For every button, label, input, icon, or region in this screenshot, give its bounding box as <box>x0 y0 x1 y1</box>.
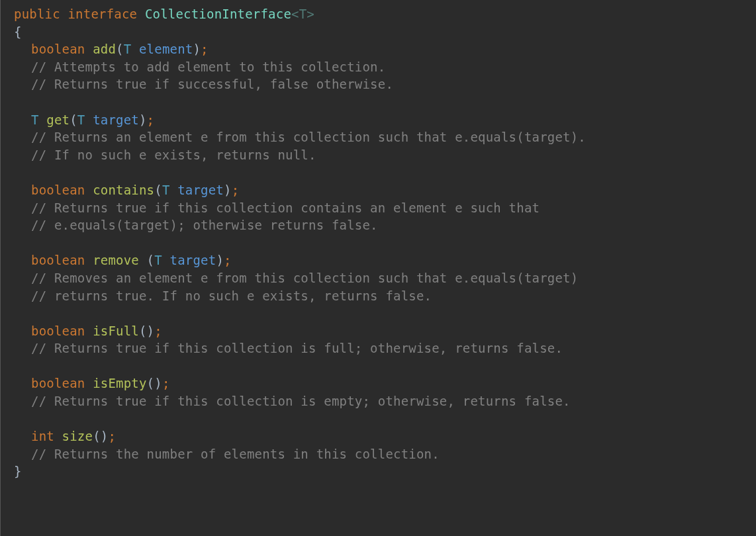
comment: // Returns true if this collection conta… <box>31 201 540 215</box>
return-type: T <box>31 112 39 127</box>
code-line: // Returns the number of elements in thi… <box>14 445 756 463</box>
paren-close: ) <box>147 324 155 338</box>
generic-type: T <box>299 7 307 21</box>
return-type: boolean <box>31 42 85 56</box>
code-line: boolean add(T element); <box>14 40 756 58</box>
return-type: boolean <box>31 183 85 197</box>
blank-line <box>14 93 756 111</box>
param-name: target <box>93 112 139 127</box>
semicolon: ; <box>201 42 209 56</box>
paren-open: ( <box>139 324 147 338</box>
comment: // returns true. If no such e exists, re… <box>31 289 432 303</box>
keyword-public: public <box>14 7 60 21</box>
code-line: // Removes an element e from this collec… <box>14 269 756 287</box>
paren-close: ) <box>193 42 201 56</box>
comment: // Attempts to add element to this colle… <box>31 60 385 74</box>
code-line: boolean remove (T target); <box>14 251 756 269</box>
return-type: int <box>31 429 54 443</box>
paren-open: ( <box>93 429 101 443</box>
param-name: target <box>170 253 216 267</box>
semicolon: ; <box>162 376 170 390</box>
semicolon: ; <box>232 183 240 197</box>
code-line: // e.equals(target); otherwise returns f… <box>14 216 756 234</box>
return-type: boolean <box>31 376 85 390</box>
param-type: T <box>162 183 170 197</box>
brace-open: { <box>14 24 22 39</box>
code-editor[interactable]: public interface CollectionInterface<T> … <box>1 5 756 480</box>
blank-line <box>14 163 756 181</box>
generic-open: < <box>291 7 299 21</box>
code-line: // Returns true if this collection is em… <box>14 392 756 410</box>
paren-open: ( <box>147 253 155 267</box>
code-line: // If no such e exists, returns null. <box>14 146 756 164</box>
code-line: { <box>14 23 756 41</box>
blank-line <box>14 410 756 428</box>
return-type: boolean <box>31 324 85 338</box>
method-name: isFull <box>93 324 139 338</box>
semicolon: ; <box>147 112 155 127</box>
code-line: // Returns true if successful, false oth… <box>14 75 756 93</box>
class-name: CollectionInterface <box>145 7 291 21</box>
comment: // If no such e exists, returns null. <box>31 148 316 162</box>
comment: // Returns true if this collection is em… <box>31 394 571 408</box>
comment: // Returns true if successful, false oth… <box>31 77 393 91</box>
param-name: element <box>139 42 193 56</box>
generic-close: > <box>307 7 314 21</box>
paren-close: ) <box>154 376 162 390</box>
code-line: boolean isFull(); <box>14 322 756 340</box>
blank-line <box>14 234 756 252</box>
code-line: } <box>14 463 756 480</box>
method-name: remove <box>93 253 139 267</box>
code-line: // Returns true if this collection is fu… <box>14 339 756 357</box>
blank-line <box>14 304 756 322</box>
param-type: T <box>154 253 162 267</box>
code-line: public interface CollectionInterface<T> <box>14 5 756 23</box>
comment: // e.equals(target); otherwise returns f… <box>31 218 378 232</box>
space <box>139 253 147 267</box>
paren-open: ( <box>147 376 155 390</box>
blank-line <box>14 357 756 375</box>
paren-close: ) <box>224 183 232 197</box>
semicolon: ; <box>154 324 162 338</box>
param-type: T <box>77 112 85 127</box>
method-name: isEmpty <box>93 376 146 390</box>
method-name: add <box>93 42 116 56</box>
param-name: target <box>177 183 224 197</box>
method-name: contains <box>93 183 154 197</box>
semicolon: ; <box>108 429 116 443</box>
return-type: boolean <box>31 253 85 267</box>
comment: // Returns an element e from this collec… <box>31 130 586 144</box>
code-line: // Attempts to add element to this colle… <box>14 58 756 76</box>
comment: // Returns true if this collection is fu… <box>31 341 563 355</box>
comment: // Removes an element e from this collec… <box>31 271 578 285</box>
code-line: boolean isEmpty(); <box>14 375 756 392</box>
paren-close: ) <box>101 429 109 443</box>
brace-close: } <box>14 464 22 478</box>
paren-open: ( <box>116 42 124 56</box>
keyword-interface: interface <box>68 7 137 21</box>
code-line: // Returns true if this collection conta… <box>14 199 756 217</box>
paren-open: ( <box>70 112 77 127</box>
comment: // Returns the number of elements in thi… <box>31 447 440 461</box>
paren-close: ) <box>139 112 147 127</box>
code-line: T get(T target); <box>14 111 756 129</box>
method-name: size <box>62 429 93 443</box>
param-type: T <box>124 42 132 56</box>
code-line: // Returns an element e from this collec… <box>14 128 756 146</box>
code-line: // returns true. If no such e exists, re… <box>14 287 756 305</box>
paren-close: ) <box>216 253 224 267</box>
paren-open: ( <box>154 183 162 197</box>
code-line: boolean contains(T target); <box>14 181 756 199</box>
method-name: get <box>46 112 70 127</box>
semicolon: ; <box>224 253 232 267</box>
code-line: int size(); <box>14 427 756 445</box>
